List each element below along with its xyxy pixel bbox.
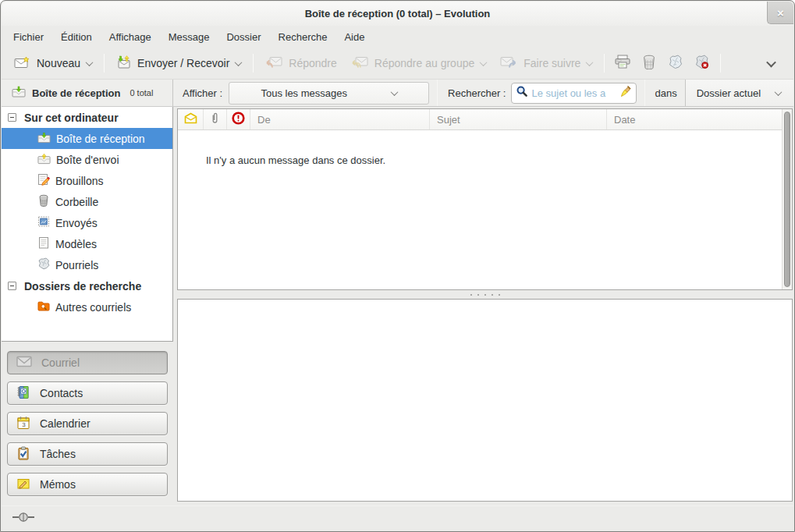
sidebar-item-inbox[interactable]: Boîte de réception <box>2 128 172 149</box>
online-status-icon <box>12 512 35 526</box>
in-label: dans <box>655 87 676 99</box>
switcher-tasks-button[interactable]: Tâches <box>7 442 168 466</box>
close-button[interactable]: × <box>767 2 793 24</box>
search-icon <box>516 85 528 101</box>
menu-fichier[interactable]: Fichier <box>5 27 52 47</box>
reply-icon <box>265 55 282 71</box>
switcher-contacts-button[interactable]: Contacts <box>7 381 168 405</box>
chevron-down-icon <box>235 59 243 66</box>
menu-affichage[interactable]: Affichage <box>101 27 160 47</box>
sent-stamp-icon <box>37 215 50 230</box>
important-icon <box>232 112 245 127</box>
show-filter-dropdown[interactable]: Tous les messages <box>229 82 429 105</box>
send-receive-icon <box>116 55 131 71</box>
drafts-icon <box>37 173 50 188</box>
chevron-down-icon <box>390 88 398 96</box>
menu-edition[interactable]: Édition <box>52 27 101 47</box>
pane-splitter-handle[interactable] <box>177 291 793 298</box>
toolbar-separator <box>604 54 605 73</box>
outbox-icon <box>37 153 51 167</box>
chevron-down-icon <box>480 59 488 66</box>
inbox-icon <box>37 132 51 146</box>
scrollbar-thumb[interactable] <box>784 112 790 287</box>
reply-button: Répondre <box>258 51 344 76</box>
empty-folder-message: Il n'y a aucun message dans ce dossier. <box>206 154 385 166</box>
switcher-mail-button[interactable]: Courriel <box>7 351 168 374</box>
current-folder-indicator: Boîte de réception 0 total <box>2 80 173 106</box>
column-attachment[interactable] <box>204 109 227 129</box>
not-junk-icon <box>694 55 710 73</box>
tree-group-on-this-computer[interactable]: Sur cet ordinateur <box>2 107 172 128</box>
main-toolbar: Nouveau Envoyer / Recevoir Répondre Répo… <box>2 48 793 80</box>
current-folder-name: Boîte de réception <box>32 87 120 99</box>
collapse-expander-icon[interactable] <box>8 282 16 290</box>
calendar-icon: 3 <box>16 416 30 432</box>
reply-all-icon <box>351 55 368 71</box>
tree-group-search-folders[interactable]: Dossiers de recherche <box>2 275 172 296</box>
menu-bar: Fichier Édition Affichage Message Dossie… <box>2 26 793 48</box>
chevron-down-icon <box>775 88 783 96</box>
message-status-icon <box>184 112 197 126</box>
menu-recherche[interactable]: Recherche <box>270 27 336 47</box>
column-date[interactable]: Date <box>607 109 782 129</box>
toolbar-separator <box>104 54 105 73</box>
toolbar-overflow-button[interactable] <box>758 51 784 76</box>
forward-button: Faire suivre <box>493 51 599 76</box>
message-list-scrollbar[interactable] <box>782 109 792 289</box>
inbox-icon <box>12 86 26 101</box>
filter-bar: Boîte de réception 0 total Afficher : To… <box>2 80 793 107</box>
component-switcher: Courriel Contacts 3 Calendrier Tâches Mé… <box>2 342 173 506</box>
junk-button[interactable] <box>662 51 689 76</box>
contacts-icon <box>16 385 30 402</box>
search-label: Rechercher : <box>448 87 506 99</box>
column-from[interactable]: De <box>250 109 430 129</box>
sidebar-item-other-mail[interactable]: Autres courriels <box>2 296 172 317</box>
switcher-calendar-button[interactable]: 3 Calendrier <box>7 412 168 435</box>
search-text-field[interactable] <box>531 87 617 99</box>
sidebar-item-trash[interactable]: Corbeille <box>2 191 172 212</box>
send-receive-button[interactable]: Envoyer / Recevoir <box>109 51 248 76</box>
menu-message[interactable]: Message <box>160 27 218 47</box>
sidebar-item-templates[interactable]: Modèles <box>2 233 172 254</box>
memos-icon <box>16 477 30 493</box>
tasks-icon <box>16 446 30 463</box>
message-list-header: De Sujet Date <box>178 109 782 130</box>
close-icon: × <box>777 6 784 20</box>
message-list-pane: De Sujet Date Il n'y a aucun message dan… <box>177 108 793 290</box>
switcher-memos-button[interactable]: Mémos <box>7 473 168 496</box>
search-scope-dropdown[interactable]: Dossier actuel <box>685 80 793 106</box>
column-importance[interactable] <box>227 109 250 129</box>
new-button[interactable]: Nouveau <box>7 51 99 76</box>
folder-tree: Sur cet ordinateur Boîte de réception Bo… <box>2 107 173 342</box>
paperclip-icon <box>211 112 219 127</box>
new-mail-icon <box>14 56 30 71</box>
evolution-window: Boîte de réception (0 total) – Evolution… <box>0 0 795 532</box>
collapse-expander-icon[interactable] <box>8 113 16 122</box>
sidebar-item-drafts[interactable]: Brouillons <box>2 170 172 191</box>
junk-icon <box>37 257 50 272</box>
menu-dossier[interactable]: Dossier <box>218 27 269 47</box>
search-input[interactable] <box>511 83 637 104</box>
chevron-down-icon <box>766 57 776 67</box>
templates-icon <box>37 236 50 251</box>
chevron-down-icon <box>86 59 94 66</box>
filterbar-separator <box>437 80 438 106</box>
chevron-down-icon <box>586 59 594 66</box>
column-subject[interactable]: Sujet <box>430 109 607 129</box>
column-status[interactable] <box>178 109 204 129</box>
menu-aide[interactable]: Aide <box>335 27 373 47</box>
print-button[interactable] <box>609 51 636 76</box>
printer-icon <box>614 55 631 72</box>
junk-icon <box>668 55 683 73</box>
filterbar-separator <box>644 80 645 106</box>
trash-icon <box>641 55 657 73</box>
not-junk-button[interactable] <box>689 51 715 76</box>
sidebar-item-sent[interactable]: Envoyés <box>2 212 172 233</box>
status-bar <box>2 505 793 531</box>
delete-button[interactable] <box>636 51 662 76</box>
title-bar: Boîte de réception (0 total) – Evolution… <box>2 2 793 26</box>
sidebar-item-junk[interactable]: Pourriels <box>2 254 172 275</box>
clear-search-broom-icon[interactable] <box>620 85 632 101</box>
sidebar-item-outbox[interactable]: Boîte d'envoi <box>2 149 172 170</box>
window-title: Boîte de réception (0 total) – Evolution <box>2 8 793 20</box>
